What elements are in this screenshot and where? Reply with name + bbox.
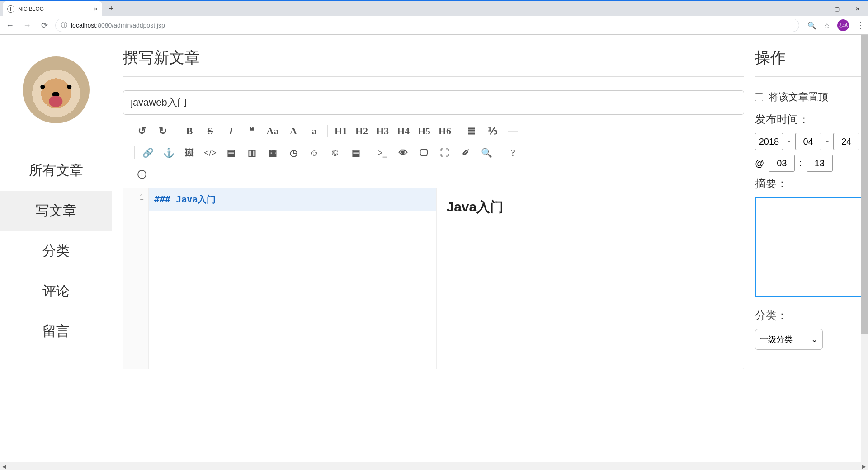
minute-input[interactable]	[807, 155, 833, 172]
link-button[interactable]: 🔗	[137, 143, 158, 162]
forward-button[interactable]: →	[21, 19, 33, 32]
h2-button[interactable]: H2	[351, 122, 372, 141]
pin-post-checkbox[interactable]	[755, 93, 763, 101]
category-selected-value: 一级分类	[760, 334, 793, 345]
codeblock2-button[interactable]: ▥	[241, 143, 262, 162]
code-button[interactable]: </>	[200, 143, 221, 162]
scroll-left-icon[interactable]: ◀	[0, 464, 8, 470]
close-tab-icon[interactable]: ×	[94, 5, 98, 13]
line-number: 1	[123, 193, 144, 202]
url-port: :8080	[96, 22, 112, 29]
tab-bar: NIC|BLOG × + — ▢ ✕	[0, 0, 868, 16]
summary-textarea[interactable]	[755, 197, 864, 297]
copyright-button[interactable]: ©	[325, 143, 345, 162]
window-maximize-button[interactable]: ▢	[826, 1, 847, 16]
time-colon: :	[799, 158, 802, 169]
fullscreen-button[interactable]: ⛶	[434, 143, 455, 162]
new-tab-button[interactable]: +	[105, 3, 118, 15]
date-dash: -	[826, 136, 829, 147]
italic-button[interactable]: I	[221, 122, 241, 141]
strike-button[interactable]: S	[200, 122, 221, 141]
h6-button[interactable]: H6	[434, 122, 455, 141]
info-button[interactable]: ⓘ	[132, 165, 152, 184]
help-button[interactable]: ?	[503, 143, 524, 162]
sidebar-item-comments[interactable]: 评论	[0, 271, 112, 311]
back-button[interactable]: ←	[4, 19, 16, 32]
scroll-right-icon[interactable]: ▶	[860, 464, 868, 470]
right-panel-title: 操作	[755, 47, 864, 77]
ol-button[interactable]: ⅓	[482, 122, 503, 141]
url-field[interactable]: ⓘ localhost:8080/admin/addpost.jsp	[55, 19, 799, 32]
toolbar-separator	[176, 125, 176, 137]
sidebar-item-all-posts[interactable]: 所有文章	[0, 150, 112, 191]
datetime-button[interactable]: ◷	[283, 143, 304, 162]
avatar[interactable]	[23, 56, 90, 123]
search-button[interactable]: 🔍	[476, 143, 497, 162]
url-host: localhost	[71, 22, 96, 29]
tab-title: NIC|BLOG	[18, 6, 90, 12]
terminal-button[interactable]: >_	[372, 143, 393, 162]
year-input[interactable]	[755, 133, 783, 150]
ul-button[interactable]: ≣	[461, 122, 482, 141]
horizontal-scrollbar[interactable]: ◀ ▶	[0, 462, 868, 470]
window-controls: — ▢ ✕	[806, 1, 868, 16]
chevron-down-icon: ⌄	[811, 334, 818, 344]
bookmark-star-icon[interactable]: ☆	[824, 21, 830, 30]
preview-heading: Java入门	[447, 198, 734, 216]
date-dash: -	[788, 136, 791, 147]
category-label: 分类：	[755, 308, 864, 323]
h3-button[interactable]: H3	[372, 122, 393, 141]
profile-badge[interactable]: 志斌	[837, 19, 849, 31]
redo-button[interactable]: ↻	[152, 122, 173, 141]
code-pane[interactable]: ### Java入门	[149, 188, 437, 369]
hour-input[interactable]	[769, 155, 795, 172]
editor-toolbar: ↺ ↻ B S I ❝ Aa A a H1 H2 H3 H4 H5 H6 ≣ ⅓	[123, 117, 744, 188]
toolbar-separator	[369, 146, 369, 159]
undo-button[interactable]: ↺	[132, 122, 152, 141]
scrollbar-thumb[interactable]	[861, 35, 868, 334]
codeblock-button[interactable]: ▤	[221, 143, 241, 162]
sidebar-item-categories[interactable]: 分类	[0, 231, 112, 271]
browser-tab-active[interactable]: NIC|BLOG ×	[3, 1, 102, 16]
right-panel: 操作 将该文章置顶 发布时间： - - @ : 摘要： 分类： 一级分类 ⌄	[755, 35, 868, 462]
window-minimize-button[interactable]: —	[806, 1, 826, 16]
toolbar-separator	[458, 125, 458, 137]
month-input[interactable]	[795, 133, 821, 150]
image-button[interactable]: 🖼	[179, 143, 200, 162]
main-content: 撰写新文章 ↺ ↻ B S I ❝ Aa A a H1 H2 H3 H4 H5 …	[112, 35, 755, 462]
sidebar: 所有文章 写文章 分类 评论 留言	[0, 35, 112, 462]
category-select[interactable]: 一级分类 ⌄	[755, 329, 823, 350]
uppercase-button[interactable]: A	[283, 122, 304, 141]
site-info-icon[interactable]: ⓘ	[61, 21, 67, 29]
post-title-input[interactable]	[123, 90, 744, 115]
sidebar-item-messages[interactable]: 留言	[0, 311, 112, 352]
browser-menu-icon[interactable]: ⋮	[856, 20, 864, 30]
zoom-icon[interactable]: 🔍	[807, 21, 816, 30]
editor-body: 1 ### Java入门 Java入门	[123, 188, 744, 369]
preview-toggle-button[interactable]: 👁	[393, 143, 414, 162]
pin-post-label: 将该文章置顶	[769, 90, 828, 104]
bold-button[interactable]: B	[179, 122, 200, 141]
code-line: ### Java入门	[149, 188, 436, 211]
globe-icon	[7, 5, 14, 13]
h5-button[interactable]: H5	[414, 122, 434, 141]
quote-button[interactable]: ❝	[241, 122, 262, 141]
pagebreak-button[interactable]: ▤	[345, 143, 366, 162]
clear-button[interactable]: ✐	[455, 143, 476, 162]
emoji-button[interactable]: ☺	[304, 143, 325, 162]
url-path: /admin/addpost.jsp	[112, 22, 165, 29]
markdown-heading-text: Java入门	[176, 194, 216, 205]
anchor-button[interactable]: ⚓	[158, 143, 179, 162]
day-input[interactable]	[833, 133, 859, 150]
textsize-button[interactable]: Aa	[262, 122, 283, 141]
reload-button[interactable]: ⟳	[38, 19, 51, 32]
h1-button[interactable]: H1	[330, 122, 351, 141]
h4-button[interactable]: H4	[393, 122, 414, 141]
hr-button[interactable]: —	[503, 122, 524, 141]
window-close-button[interactable]: ✕	[847, 1, 868, 16]
lowercase-button[interactable]: a	[304, 122, 325, 141]
fullscreen-preview-button[interactable]: 🖵	[414, 143, 434, 162]
vertical-scrollbar[interactable]	[861, 35, 868, 462]
table-button[interactable]: ▦	[262, 143, 283, 162]
sidebar-item-write-post[interactable]: 写文章	[0, 191, 112, 231]
